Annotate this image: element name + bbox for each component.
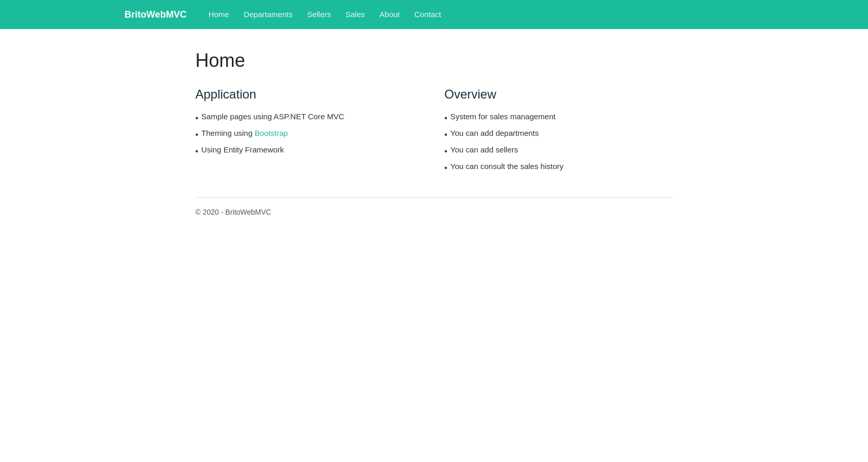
overview-item-2-text: You can add departments bbox=[450, 129, 539, 137]
navbar-brand[interactable]: BritoWebMVC bbox=[125, 9, 187, 20]
main-content: Home Application Sample pages using ASP.… bbox=[185, 29, 683, 216]
nav-link-contact[interactable]: Contact bbox=[408, 6, 448, 23]
nav-item-sellers: Sellers bbox=[301, 10, 337, 19]
overview-section: Overview System for sales management You… bbox=[445, 87, 673, 176]
bootstrap-link[interactable]: Bootstrap bbox=[255, 129, 288, 137]
application-section: Application Sample pages using ASP.NET C… bbox=[196, 87, 424, 176]
nav-link-departaments[interactable]: Departaments bbox=[238, 6, 299, 23]
navbar: BritoWebMVC Home Departaments Sellers Sa… bbox=[0, 0, 868, 29]
nav-item-contact: Contact bbox=[408, 10, 448, 19]
list-item-theming: Theming using Bootstrap bbox=[196, 127, 424, 143]
overview-list: System for sales management You can add … bbox=[445, 110, 673, 176]
list-item-ef: Using Entity Framework bbox=[196, 143, 424, 160]
nav-item-home: Home bbox=[202, 10, 236, 19]
footer-text: © 2020 - BritoWebMVC bbox=[196, 208, 673, 216]
nav-item-sales: Sales bbox=[339, 10, 371, 19]
list-item-aspnet: Sample pages using ASP.NET Core MVC bbox=[196, 110, 424, 127]
nav-link-home[interactable]: Home bbox=[202, 6, 236, 23]
overview-heading: Overview bbox=[445, 87, 673, 102]
overview-item-1-text: System for sales management bbox=[450, 112, 556, 121]
list-item-ef-text: Using Entity Framework bbox=[201, 145, 284, 154]
overview-item-2: You can add departments bbox=[445, 127, 673, 143]
nav-item-departaments: Departaments bbox=[238, 10, 299, 19]
nav-link-sales[interactable]: Sales bbox=[339, 6, 371, 23]
overview-item-4: You can consult the sales history bbox=[445, 160, 673, 176]
nav-link-about[interactable]: About bbox=[373, 6, 406, 23]
page-title: Home bbox=[196, 50, 673, 72]
overview-item-4-text: You can consult the sales history bbox=[450, 162, 563, 171]
two-column-layout: Application Sample pages using ASP.NET C… bbox=[196, 87, 673, 176]
nav-item-about: About bbox=[373, 10, 406, 19]
list-item-theming-text: Theming using Bootstrap bbox=[201, 129, 288, 137]
application-list: Sample pages using ASP.NET Core MVC Them… bbox=[196, 110, 424, 160]
list-item-aspnet-text: Sample pages using ASP.NET Core MVC bbox=[201, 112, 344, 121]
divider bbox=[196, 197, 673, 198]
navbar-nav: Home Departaments Sellers Sales About Co… bbox=[202, 10, 448, 19]
overview-item-3-text: You can add sellers bbox=[450, 145, 518, 154]
overview-item-1: System for sales management bbox=[445, 110, 673, 127]
overview-item-3: You can add sellers bbox=[445, 143, 673, 160]
nav-link-sellers[interactable]: Sellers bbox=[301, 6, 337, 23]
application-heading: Application bbox=[196, 87, 424, 102]
